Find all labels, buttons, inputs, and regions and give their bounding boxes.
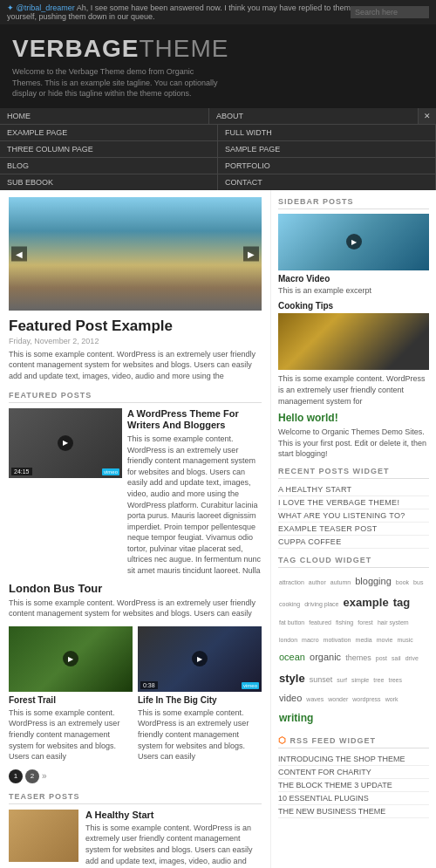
rss-item-2[interactable]: THE BLOCK THEME 3 UPDATE [278,779,429,792]
rss-item-0[interactable]: INTRODUCING THE SHOP THEME [278,753,429,766]
featured-post-excerpt: This is some example content. WordPress … [9,349,262,382]
teaser-thumb[interactable] [9,810,78,862]
tag-hair[interactable]: hair system [378,618,409,629]
recent-posts-heading: Recent Posts Widget [278,467,429,479]
cooking-tips-title[interactable]: Cooking Tips [278,301,429,311]
rss-item-3[interactable]: 10 ESSENTIAL PLUGINS [278,792,429,805]
tag-themes[interactable]: themes [345,651,371,665]
rss-item-4[interactable]: THE NEW BUSINESS THEME [278,805,429,818]
tag-post[interactable]: post [376,653,387,665]
tag-media[interactable]: media [356,635,372,646]
tag-attraction[interactable]: attraction [279,578,304,589]
tag-wonder[interactable]: wonder [328,694,348,706]
life-city-post: ▶ 0:38 vimeo Life In The Big City This i… [138,626,262,762]
page-1-button[interactable]: 1 [9,769,23,783]
city-duration: 0:38 [140,681,158,689]
tag-waves[interactable]: waves [306,694,324,706]
hero-image: ◀ ▶ [9,197,262,311]
city-thumb[interactable]: ▶ 0:38 vimeo [138,626,262,692]
recent-post-2[interactable]: WHAT ARE YOU LISTENING TO? [278,509,429,523]
tag-macro[interactable]: macro [302,635,318,646]
recent-post-1[interactable]: I LOVE THE VERBAGE THEME! [278,496,429,509]
teaser-title[interactable]: A Healthy Start [85,810,262,820]
rss-list: INTRODUCING THE SHOP THEME CONTENT FOR C… [278,753,429,818]
city-play-icon[interactable]: ▶ [192,651,208,666]
tag-cooking[interactable]: cooking [279,599,300,611]
tag-forest[interactable]: forest [358,618,373,629]
macro-video-thumb[interactable]: ▶ [278,214,429,270]
macro-play-icon[interactable]: ▶ [346,234,362,249]
rss-item-1[interactable]: CONTENT FOR CHARITY [278,766,429,779]
nav-blog[interactable]: BLOG [0,158,218,174]
tag-organic[interactable]: organic [310,649,341,666]
cooking-thumb[interactable] [278,313,429,370]
macro-video-title[interactable]: Macro Video [278,274,429,284]
tag-ocean[interactable]: ocean [279,649,305,666]
tag-london[interactable]: london [279,635,297,646]
tag-tag[interactable]: tag [393,592,411,612]
forest-thumb[interactable]: ▶ [9,626,133,692]
nav-bar: HOME ABOUT ✕ EXAMPLE PAGE FULL WIDTH THR… [0,108,436,190]
tag-surf[interactable]: surf [337,675,347,687]
nav-full-width[interactable]: FULL WIDTH [218,125,436,140]
nav-portfolio[interactable]: PORTFOLIO [218,158,436,174]
tag-trees[interactable]: trees [388,675,402,687]
tag-motivation[interactable]: motivation [324,635,351,646]
london-bus-title[interactable]: London Bus Tour [9,582,262,595]
recent-post-0[interactable]: A HEALTHY START [278,483,429,496]
play-icon[interactable]: ▶ [58,435,73,451]
nav-home[interactable]: HOME [0,108,209,124]
forest-title[interactable]: Forest Trail [9,695,133,705]
content-wrapper: ◀ ▶ Featured Post Example Friday, Novemb… [0,190,436,868]
featured-post-title[interactable]: Featured Post Example [9,318,262,335]
tag-wordpress[interactable]: wordpress [352,694,380,706]
forest-play-icon[interactable]: ▶ [63,651,78,666]
tag-driving[interactable]: driving place [304,599,338,611]
fp-post-title[interactable]: A WordPress Theme For Writers And Blogge… [127,408,262,431]
city-excerpt: This is some example content. WordPress … [138,707,262,762]
next-page-arrow[interactable]: » [42,771,47,781]
city-title[interactable]: Life In The Big City [138,695,262,705]
nav-about[interactable]: ABOUT [209,108,419,124]
sidebar-posts-heading: SIDEBAR POSTS [278,197,429,209]
recent-post-3[interactable]: EXAMPLE TEASER POST [278,523,429,536]
nav-example-page[interactable]: EXAMPLE PAGE [0,125,218,140]
tag-writing[interactable]: writing [279,709,313,728]
tag-sail[interactable]: sail [392,653,401,665]
hero-prev-button[interactable]: ◀ [11,246,27,261]
tag-simple[interactable]: simple [351,675,369,687]
nav-contact[interactable]: CONTACT [218,174,436,190]
nav-sub-ebook[interactable]: SUB EBOOK [0,174,218,190]
tag-fishing[interactable]: fishing [336,618,353,629]
tag-book[interactable]: book [396,578,409,589]
tag-blogging[interactable]: blogging [355,573,392,591]
tag-author[interactable]: author [309,578,326,589]
fp-video-thumb[interactable]: ▶ 24:15 vimeo [9,408,122,478]
tag-example[interactable]: example [344,592,389,612]
vimeo-badge: vimeo [102,468,119,475]
tag-movie[interactable]: movie [377,635,393,646]
tag-work[interactable]: work [385,694,399,706]
tag-bus[interactable]: bus [413,578,423,589]
tag-autumn[interactable]: autumn [330,578,351,589]
macro-excerpt: This is an example excerpt [278,285,429,297]
tag-video[interactable]: video [279,690,302,707]
hero-next-button[interactable]: ▶ [243,246,259,261]
rss-icon: ⬡ [278,735,287,745]
hello-world-title[interactable]: Hello world! [278,412,429,424]
page-2-button[interactable]: 2 [25,769,39,783]
recent-post-4[interactable]: CUPPA COFFEE [278,536,429,549]
site-tagline: Welcome to the Verbage Theme demo from O… [12,66,221,99]
tag-featured[interactable]: featured [309,618,331,629]
search-input[interactable] [351,6,429,18]
tag-drive[interactable]: drive [405,653,419,665]
tag-style[interactable]: style [279,668,305,688]
tag-tree[interactable]: tree [373,675,384,687]
tag-sunset[interactable]: sunset [310,673,333,687]
nav-three-col[interactable]: THREE COLUMN PAGE [0,141,218,157]
teaser-excerpt: This is some example content. WordPress … [85,823,262,868]
teaser-post-item: A Healthy Start This is some example con… [9,810,262,868]
tag-fat-button[interactable]: fat button [279,618,304,629]
nav-sample-page[interactable]: SAMPLE PAGE [218,141,436,157]
tag-music[interactable]: music [397,635,412,646]
